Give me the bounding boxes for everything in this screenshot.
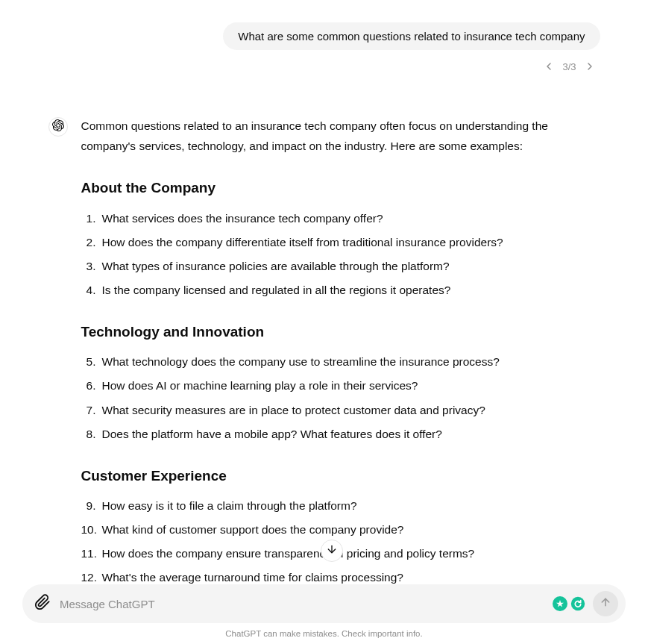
list-item-number: 2. <box>81 232 102 252</box>
list-item: 3.What types of insurance policies are a… <box>81 256 600 276</box>
svg-point-1 <box>571 597 585 610</box>
message-pagination: 3/3 <box>48 60 596 72</box>
list-item-number: 9. <box>81 495 102 516</box>
extension-icon[interactable] <box>553 596 567 611</box>
assistant-message: Common questions related to an insurance… <box>81 116 600 586</box>
section-heading: About the Company <box>81 175 600 200</box>
next-message-button[interactable] <box>584 60 596 72</box>
list-item-text: What types of insurance policies are ava… <box>102 256 450 276</box>
attach-button[interactable] <box>33 594 52 613</box>
list-item-number: 8. <box>81 424 102 444</box>
list-item: 9.How easy is it to file a claim through… <box>81 495 600 516</box>
message-composer <box>22 584 626 623</box>
list-item: 7.What security measures are in place to… <box>81 400 600 420</box>
list-item-text: How does AI or machine learning play a r… <box>102 375 418 396</box>
list-item-number: 4. <box>81 280 102 300</box>
list-item: 12.What's the average turnaround time fo… <box>81 567 600 586</box>
list-item-number: 10. <box>81 519 102 540</box>
list-item-text: What services does the insurance tech co… <box>102 208 383 228</box>
list-item-number: 7. <box>81 400 102 420</box>
message-input[interactable] <box>60 598 545 610</box>
section-list: 1.What services does the insurance tech … <box>81 208 600 301</box>
list-item: 6.How does AI or machine learning play a… <box>81 375 600 396</box>
disclaimer-text: ChatGPT can make mistakes. Check importa… <box>22 629 626 638</box>
section-list: 9.How easy is it to file a claim through… <box>81 495 600 586</box>
list-item-number: 11. <box>81 543 102 563</box>
list-item-text: Is the company licensed and regulated in… <box>102 280 451 300</box>
list-item: 10.What kind of customer support does th… <box>81 519 600 540</box>
user-message: What are some common questions related t… <box>223 22 600 50</box>
assistant-intro: Common questions related to an insurance… <box>81 116 600 156</box>
list-item-number: 12. <box>81 567 102 586</box>
paperclip-icon <box>34 594 51 613</box>
assistant-message-row: Common questions related to an insurance… <box>48 116 600 586</box>
list-item-text: What's the average turnaround time for c… <box>102 567 403 586</box>
grammarly-icon[interactable] <box>570 596 585 611</box>
list-item-text: How easy is it to file a claim through t… <box>102 495 357 516</box>
list-item-text: How does the company differentiate itsel… <box>102 232 503 252</box>
list-item: 8.Does the platform have a mobile app? W… <box>81 424 600 444</box>
list-item-text: How does the company ensure transparency… <box>102 543 475 563</box>
list-item-number: 1. <box>81 208 102 228</box>
openai-logo-icon <box>52 119 64 134</box>
arrow-up-icon <box>600 596 611 611</box>
list-item-text: What kind of customer support does the c… <box>102 519 404 540</box>
list-item: 4.Is the company licensed and regulated … <box>81 280 600 300</box>
list-item: 1.What services does the insurance tech … <box>81 208 600 228</box>
composer-area: ChatGPT can make mistakes. Check importa… <box>0 584 648 644</box>
section-list: 5.What technology does the company use t… <box>81 351 600 444</box>
prev-message-button[interactable] <box>543 60 555 72</box>
list-item-text: What technology does the company use to … <box>102 351 500 372</box>
arrow-down-icon <box>326 543 338 558</box>
pagination-label: 3/3 <box>562 61 576 72</box>
send-button[interactable] <box>593 591 618 616</box>
list-item-number: 3. <box>81 256 102 276</box>
list-item: 2.How does the company differentiate its… <box>81 232 600 252</box>
scroll-to-bottom-button[interactable] <box>321 540 343 562</box>
chat-area: What are some common questions related t… <box>0 0 648 586</box>
section-heading: Technology and Innovation <box>81 319 600 344</box>
user-message-row: What are some common questions related t… <box>48 22 600 50</box>
list-item: 5.What technology does the company use t… <box>81 351 600 372</box>
list-item-text: Does the platform have a mobile app? Wha… <box>102 424 442 444</box>
assistant-avatar <box>48 117 68 137</box>
extension-icons <box>553 596 585 611</box>
list-item-number: 5. <box>81 351 102 372</box>
conversation: What are some common questions related t… <box>26 0 623 586</box>
list-item-text: What security measures are in place to p… <box>102 400 485 420</box>
list-item-number: 6. <box>81 375 102 396</box>
section-heading: Customer Experience <box>81 463 600 488</box>
